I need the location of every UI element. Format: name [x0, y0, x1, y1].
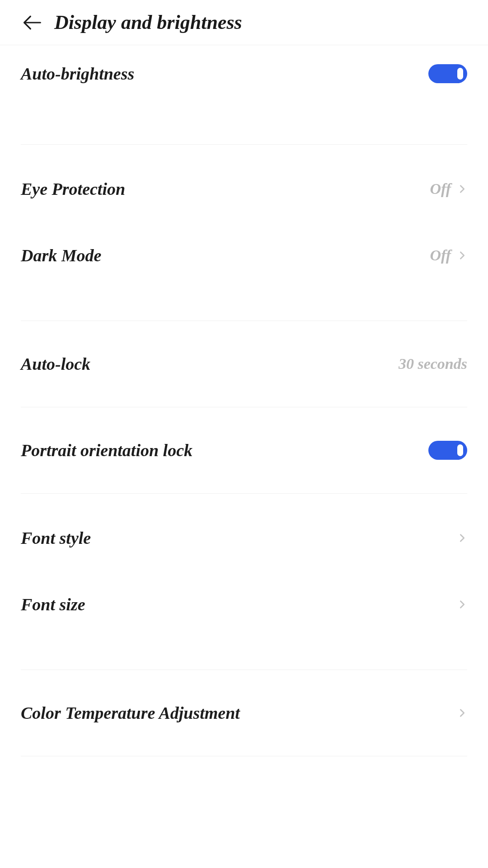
eye-protection-label: Eye Protection	[21, 179, 125, 199]
font-style-label: Font style	[21, 528, 91, 548]
font-size-label: Font size	[21, 594, 85, 614]
section-gap	[21, 278, 467, 321]
font-style-row[interactable]: Font style	[21, 494, 467, 582]
dark-mode-value: Off	[430, 247, 451, 264]
color-temperature-row[interactable]: Color Temperature Adjustment	[21, 670, 467, 756]
portrait-lock-label: Portrait orientation lock	[21, 440, 192, 460]
auto-lock-label: Auto-lock	[21, 354, 90, 374]
page-title: Display and brightness	[54, 11, 242, 34]
auto-lock-value: 30 seconds	[399, 355, 467, 373]
dark-mode-row[interactable]: Dark Mode Off	[21, 233, 467, 278]
eye-protection-row[interactable]: Eye Protection Off	[21, 145, 467, 233]
chevron-right-icon	[457, 533, 467, 543]
back-arrow-icon[interactable]	[21, 11, 43, 34]
chevron-right-icon	[457, 708, 467, 718]
dark-mode-label: Dark Mode	[21, 245, 101, 265]
eye-protection-value: Off	[430, 180, 451, 198]
portrait-lock-row[interactable]: Portrait orientation lock	[21, 407, 467, 493]
section-gap	[21, 102, 467, 145]
section-gap	[21, 627, 467, 670]
divider	[21, 756, 467, 756]
color-temperature-label: Color Temperature Adjustment	[21, 703, 240, 723]
auto-brightness-row[interactable]: Auto-brightness	[21, 45, 467, 102]
header: Display and brightness	[0, 0, 488, 45]
portrait-lock-toggle[interactable]	[428, 441, 467, 460]
auto-lock-row[interactable]: Auto-lock 30 seconds	[21, 321, 467, 407]
auto-brightness-toggle[interactable]	[428, 64, 467, 83]
chevron-right-icon	[457, 184, 467, 194]
chevron-right-icon	[457, 599, 467, 609]
chevron-right-icon	[457, 250, 467, 260]
auto-brightness-label: Auto-brightness	[21, 64, 134, 84]
font-size-row[interactable]: Font size	[21, 582, 467, 627]
